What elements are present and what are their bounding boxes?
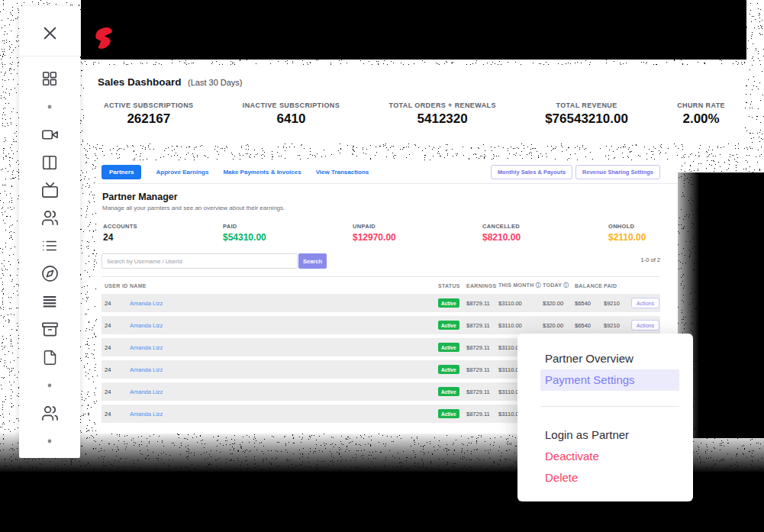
partner-manager-title: Partner Manager (98, 184, 678, 202)
tab[interactable]: View Transactions (316, 169, 369, 176)
context-menu-item[interactable]: Payment Settings (540, 369, 679, 391)
partner-stat: ACCOUNTS 24 (103, 223, 223, 243)
column-header: THIS MONTH ⓘ (495, 282, 540, 289)
cell-status: Active (435, 321, 463, 330)
status-badge: Active (438, 409, 459, 418)
cell-earnings: $8729.11 (463, 300, 495, 307)
cell-this-month: $3110.00 (495, 300, 540, 307)
sidebar-icon (41, 98, 58, 115)
sidebar-item[interactable] (19, 343, 80, 372)
partner-name-link[interactable]: Amanda Lizz (130, 389, 163, 395)
stat-label: ACCOUNTS (103, 223, 223, 230)
sidebar-item[interactable] (19, 399, 80, 427)
sidebar-icon (41, 321, 59, 338)
sidebar-item[interactable] (19, 232, 80, 260)
context-menu-item[interactable] (540, 406, 679, 407)
sidebar (19, 6, 80, 458)
sidebar-item[interactable] (19, 316, 80, 344)
sidebar-icon (41, 154, 58, 171)
column-header: PAID (601, 283, 628, 289)
cell-status: Active (435, 298, 463, 308)
status-badge: Active (438, 387, 459, 396)
cell-name: Amanda Lizz (127, 389, 435, 395)
tab[interactable]: Make Payments & Invoices (223, 169, 301, 176)
search-input[interactable] (102, 253, 298, 269)
sidebar-item[interactable] (19, 288, 80, 316)
partner-name-link[interactable]: Amanda Lizz (130, 300, 163, 307)
header-button[interactable]: Monthly Sales & Payouts (491, 165, 572, 179)
context-menu-item[interactable]: Partner Overview (517, 348, 693, 369)
tab[interactable]: Partners (102, 165, 141, 179)
context-menu-item[interactable]: Delete (517, 467, 693, 488)
dashboard-stat: TOTAL REVENUE $76543210.00 (545, 102, 628, 127)
sidebar-icon (41, 209, 59, 227)
sidebar-icon (41, 237, 58, 254)
actions-button[interactable]: Actions (631, 298, 659, 308)
stat-label: CANCELLED (482, 223, 608, 230)
partner-stat: ONHOLD $2110.00 (608, 223, 660, 243)
status-badge: Active (438, 298, 459, 308)
cell-name: Amanda Lizz (127, 366, 435, 373)
partner-name-link[interactable]: Amanda Lizz (130, 322, 163, 329)
sales-dashboard-subtitle: (Last 30 Days) (188, 78, 243, 87)
top-black-bar (81, 0, 746, 60)
sidebar-item[interactable] (19, 260, 80, 289)
status-badge: Active (438, 343, 459, 352)
stat-label: PAID (223, 223, 353, 230)
cell-name: Amanda Lizz (127, 300, 435, 307)
context-menu-item[interactable]: Login as Partner (517, 424, 693, 446)
cell-actions: Actions (628, 298, 660, 308)
sidebar-icon (41, 182, 59, 199)
table-header: USER IDNAMESTATUSEARNINGSTHIS MONTH ⓘTOD… (102, 277, 660, 294)
cell-status: Active (435, 365, 463, 374)
dashboard-stat: CHURN RATE 2.00% (677, 102, 725, 127)
actions-button[interactable]: Actions (631, 320, 659, 330)
sidebar-item[interactable] (19, 176, 80, 205)
sidebar-item[interactable] (19, 205, 80, 233)
stat-label: TOTAL ORDERS + RENEWALS (388, 102, 495, 109)
sales-dashboard-card: Sales Dashboard (Last 30 Days) ACTIVE SU… (84, 65, 745, 143)
sidebar-nav (19, 56, 80, 455)
partner-name-link[interactable]: Amanda Lizz (130, 366, 163, 373)
sidebar-item[interactable] (19, 121, 80, 149)
close-icon[interactable] (19, 6, 80, 44)
partner-name-link[interactable]: Amanda Lizz (130, 344, 163, 351)
stat-label: TOTAL REVENUE (545, 102, 628, 109)
header-buttons: Monthly Sales & Payouts Revenue Sharing … (488, 165, 660, 179)
header-button[interactable]: Revenue Sharing Settings (575, 165, 660, 179)
cell-name: Amanda Lizz (127, 322, 435, 329)
partner-tabs: Partners Approve Earnings Make Payments … (102, 165, 383, 179)
partner-name-link[interactable]: Amanda Lizz (130, 411, 163, 418)
stat-value: $12970.00 (353, 232, 482, 243)
column-header: BALANCE (572, 283, 601, 289)
sidebar-item[interactable] (19, 372, 80, 400)
sidebar-item[interactable] (19, 65, 80, 93)
context-menu-item[interactable]: Deactivate (517, 446, 693, 467)
stat-value: 24 (103, 232, 223, 243)
stat-value: $2110.00 (608, 232, 660, 243)
tab[interactable]: Approve Earnings (156, 169, 208, 176)
sidebar-item[interactable] (19, 427, 80, 456)
stat-value: 2.00% (677, 111, 725, 127)
cell-today: $320.00 (540, 322, 572, 329)
cell-name: Amanda Lizz (127, 344, 435, 351)
dashboard-stat: TOTAL ORDERS + RENEWALS 5412320 (388, 102, 495, 127)
row-context-menu: Partner Overview Payment Settings Login … (517, 334, 693, 501)
stat-value: 6410 (243, 111, 340, 127)
cell-earnings: $8729.11 (463, 389, 495, 395)
partner-stat: UNPAID $12970.00 (353, 223, 482, 243)
cell-user-id: 24 (102, 322, 127, 329)
sidebar-item[interactable] (19, 149, 80, 177)
column-header: TODAY ⓘ (540, 282, 572, 289)
dashboard-stat: INACTIVE SUBSCRIPTIONS 6410 (243, 102, 340, 127)
sidebar-icon (41, 377, 58, 394)
search-button[interactable]: Search (298, 253, 327, 269)
column-header: STATUS (435, 283, 463, 289)
pagination-label: 1-0 of 2 (641, 256, 660, 263)
cell-name: Amanda Lizz (127, 411, 435, 418)
partner-stat: PAID $54310.00 (223, 223, 353, 243)
sidebar-icon (41, 126, 59, 143)
sidebar-item[interactable] (19, 93, 80, 121)
stat-value: $8210.00 (482, 232, 608, 243)
cell-earnings: $8729.11 (463, 344, 495, 351)
